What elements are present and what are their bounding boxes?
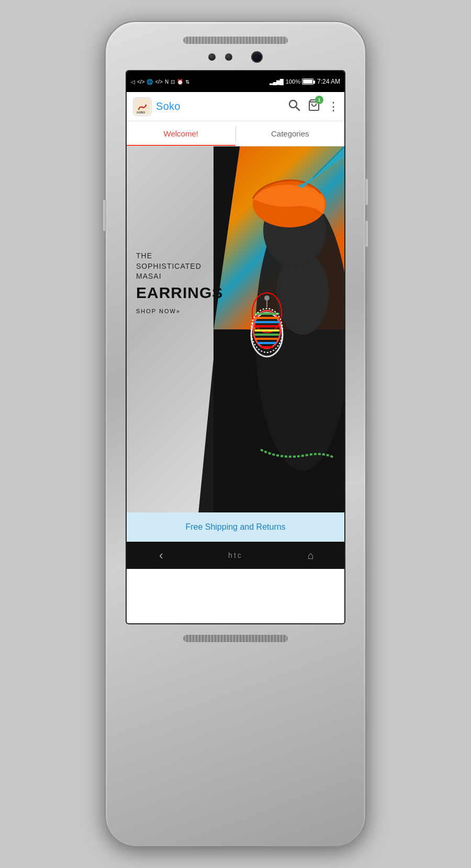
phone-screen: ◁ </> 🌐 </> N ⊡ ⏰ ⇅ ▂▄▆█ 100% 7:24 AM: [126, 70, 345, 624]
hero-subtitle-line1: THE: [136, 251, 223, 261]
cart-badge: 1: [315, 96, 323, 104]
svg-rect-22: [261, 346, 273, 348]
bottom-speaker: [183, 635, 288, 642]
power-button[interactable]: [103, 200, 106, 231]
shipping-text: Free Shipping and Returns: [185, 522, 285, 532]
globe-icon: 🌐: [147, 79, 153, 85]
svg-rect-15: [254, 317, 279, 319]
hero-title: EARRINGS: [136, 284, 223, 302]
hero-subtitle-line2: SOPHISTICATED: [136, 261, 223, 272]
hero-banner[interactable]: THE SOPHISTICATED MASAI EARRINGS SHOP NO…: [127, 146, 344, 512]
back-nav-icon: ◁: [131, 79, 135, 85]
svg-point-11: [264, 295, 270, 301]
volume-down-button[interactable]: [365, 221, 368, 247]
home-button[interactable]: ⌂: [308, 550, 314, 562]
back-button[interactable]: ‹: [159, 548, 163, 563]
code-icon: </>: [137, 79, 144, 85]
front-sensor: [208, 53, 216, 61]
front-camera: [251, 51, 263, 63]
shipping-bar[interactable]: Free Shipping and Returns: [127, 512, 344, 542]
svg-rect-17: [254, 325, 279, 327]
top-speaker: [183, 37, 288, 44]
app-header: soko Soko 1: [127, 92, 344, 121]
front-sensor-2: [225, 53, 232, 61]
brand-label: htc: [228, 551, 243, 559]
hero-right-bg: [214, 146, 344, 512]
sync-icon: ⇅: [185, 79, 189, 85]
alarm-icon: ⏰: [177, 79, 183, 85]
svg-rect-16: [254, 321, 279, 323]
svg-rect-20: [255, 338, 278, 340]
phone-device: ◁ </> 🌐 </> N ⊡ ⏰ ⇅ ▂▄▆█ 100% 7:24 AM: [105, 21, 366, 847]
phone-bottom-nav: ‹ htc ⌂: [127, 542, 345, 569]
tab-welcome[interactable]: Welcome!: [127, 121, 236, 146]
hero-text-block: THE SOPHISTICATED MASAI EARRINGS SHOP NO…: [136, 251, 223, 314]
svg-rect-21: [257, 342, 276, 344]
svg-text:soko: soko: [137, 110, 145, 114]
time-display: 7:24 AM: [317, 78, 340, 85]
hero-image-svg: [208, 146, 344, 512]
battery-percent: 100%: [286, 78, 300, 85]
hero-subtitle-line3: MASAI: [136, 271, 223, 282]
svg-line-3: [296, 107, 299, 110]
search-button[interactable]: [288, 99, 300, 115]
tab-bar: Welcome! Categories: [127, 121, 344, 146]
soko-logo-svg: soko: [134, 99, 150, 115]
signal-bars: ▂▄▆█: [270, 79, 283, 85]
volume-up-button[interactable]: [365, 179, 368, 205]
more-menu-button[interactable]: ⋮: [328, 100, 338, 113]
battery-icon: [302, 78, 313, 85]
status-bar: ◁ </> 🌐 </> N ⊡ ⏰ ⇅ ▂▄▆█ 100% 7:24 AM: [127, 71, 344, 92]
header-icons: 1 ⋮: [288, 99, 338, 115]
code2-icon: </>: [155, 79, 162, 85]
svg-rect-18: [254, 329, 279, 332]
app-logo: soko: [133, 97, 152, 116]
nfc-icon: N: [165, 79, 169, 85]
cart-button[interactable]: 1: [308, 99, 320, 115]
front-sensors: [208, 51, 263, 63]
hero-cta-button[interactable]: SHOP NOW»: [136, 308, 223, 314]
tab-categories[interactable]: Categories: [236, 121, 345, 146]
vibrate-icon: ⊡: [171, 79, 175, 85]
status-bar-right: ▂▄▆█ 100% 7:24 AM: [270, 78, 340, 85]
svg-rect-19: [254, 334, 279, 336]
app-title: Soko: [156, 100, 284, 112]
status-bar-left: ◁ </> 🌐 </> N ⊡ ⏰ ⇅: [131, 79, 189, 85]
